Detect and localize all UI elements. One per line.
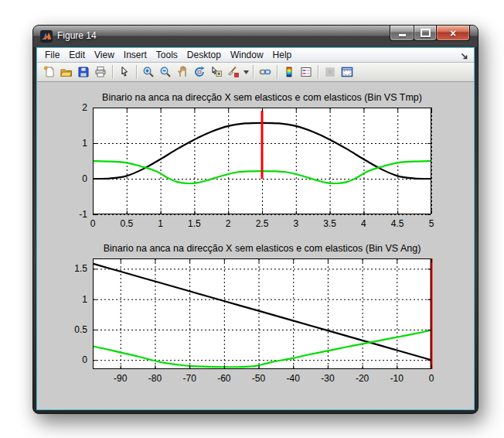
svg-text:0: 0 [90, 218, 96, 229]
toolbar [37, 63, 474, 82]
titlebar[interactable]: Figure 14 × [33, 26, 478, 47]
matlab-logo-icon [40, 30, 53, 43]
brush-dropdown-icon[interactable] [242, 63, 250, 80]
menu-file[interactable]: File [40, 48, 64, 62]
toolbar-separator [318, 65, 318, 79]
svg-text:Binario na anca na direcção X: Binario na anca na direcção X sem elasti… [102, 92, 422, 103]
insert-legend-button[interactable] [298, 63, 315, 80]
figure-canvas: 00.511.522.533.544.55-1012Binario na anc… [37, 82, 474, 409]
menu-edit[interactable]: Edit [64, 48, 90, 62]
menu-bar: File Edit View Insert Tools Desktop Wind… [37, 48, 474, 63]
svg-text:-80: -80 [148, 373, 162, 384]
pan-tool-button[interactable] [174, 63, 191, 80]
close-icon: × [450, 28, 456, 39]
svg-text:-1: -1 [79, 209, 87, 220]
svg-text:0.5: 0.5 [120, 218, 133, 229]
svg-text:2: 2 [82, 102, 87, 113]
menu-tools[interactable]: Tools [152, 48, 182, 62]
close-button[interactable]: × [436, 26, 470, 41]
svg-text:1: 1 [158, 218, 163, 229]
svg-text:Binario na anca na direcção X: Binario na anca na direcção X sem elasti… [104, 243, 421, 254]
toolbar-separator [253, 65, 254, 79]
svg-text:1: 1 [82, 138, 87, 149]
save-button[interactable] [75, 63, 92, 80]
minimize-icon [399, 34, 406, 36]
link-plot-button[interactable] [257, 63, 274, 80]
svg-text:-30: -30 [321, 373, 335, 384]
svg-text:4: 4 [361, 218, 366, 229]
menu-desktop[interactable]: Desktop [182, 48, 226, 62]
show-plot-tools-button[interactable] [339, 63, 356, 80]
svg-text:0: 0 [82, 354, 87, 365]
svg-text:-10: -10 [390, 373, 404, 384]
insert-colorbar-button[interactable] [281, 63, 298, 80]
svg-text:3: 3 [293, 218, 298, 229]
svg-text:2: 2 [226, 218, 231, 229]
dock-figure-icon[interactable] [458, 50, 471, 62]
svg-text:0: 0 [429, 373, 434, 384]
svg-text:-40: -40 [287, 373, 301, 384]
svg-text:-20: -20 [356, 373, 369, 384]
toolbar-separator [112, 65, 113, 79]
zoom-out-button[interactable] [157, 63, 174, 80]
pointer-tool-button[interactable] [116, 63, 133, 80]
toolbar-separator [136, 65, 137, 79]
svg-text:0: 0 [82, 173, 87, 184]
new-figure-button[interactable] [41, 63, 58, 80]
svg-text:1: 1 [82, 294, 87, 305]
svg-text:3.5: 3.5 [323, 218, 336, 229]
data-cursor-button[interactable] [208, 63, 225, 80]
svg-text:-70: -70 [182, 373, 196, 384]
figure-client-area: File Edit View Insert Tools Desktop Wind… [36, 47, 475, 410]
open-file-button[interactable] [58, 63, 75, 80]
menu-window[interactable]: Window [226, 48, 268, 62]
minimize-button[interactable] [390, 26, 414, 41]
rotate-3d-button[interactable] [191, 63, 208, 80]
hide-plot-tools-button[interactable] [322, 63, 339, 80]
window-title: Figure 14 [57, 30, 97, 41]
svg-text:1.5: 1.5 [188, 218, 201, 229]
svg-text:-50: -50 [252, 373, 266, 384]
plot-area: 00.511.522.533.544.55-1012Binario na anc… [37, 82, 475, 406]
print-button[interactable] [92, 63, 109, 80]
menu-insert[interactable]: Insert [119, 48, 152, 62]
svg-text:1.5: 1.5 [74, 263, 87, 274]
menu-help[interactable]: Help [268, 48, 297, 62]
svg-text:2.5: 2.5 [256, 218, 269, 229]
restore-button[interactable] [414, 26, 437, 41]
menu-view[interactable]: View [90, 48, 119, 62]
svg-text:-90: -90 [114, 373, 128, 384]
toolbar-separator [277, 65, 278, 79]
svg-text:0.5: 0.5 [74, 324, 87, 335]
brush-tool-button[interactable] [225, 63, 242, 80]
zoom-in-button[interactable] [140, 63, 157, 80]
restore-icon [421, 29, 431, 37]
svg-text:-60: -60 [217, 373, 231, 384]
figure-window: Figure 14 × File Edit View Insert Tools … [32, 25, 478, 414]
svg-text:5: 5 [429, 218, 434, 229]
svg-text:4.5: 4.5 [391, 218, 404, 229]
